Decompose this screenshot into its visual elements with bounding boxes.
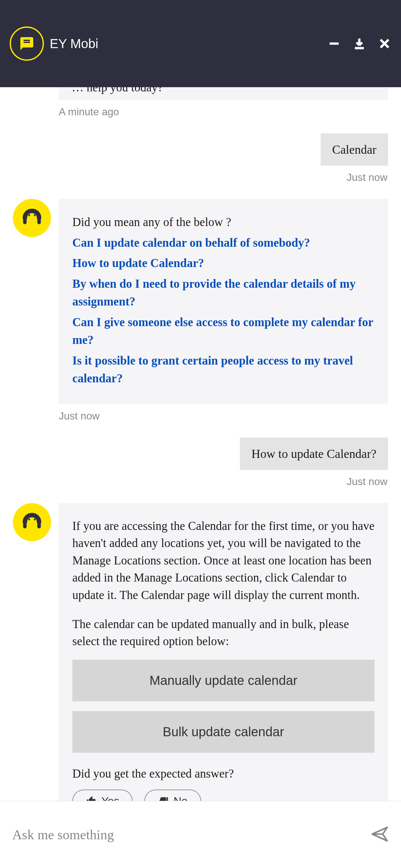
app-title: EY Mobi <box>50 36 98 51</box>
bot-message: Did you mean any of the below ? Can I up… <box>59 199 388 404</box>
user-message: How to update Calendar? <box>240 438 388 470</box>
timestamp: Just now <box>13 172 388 183</box>
bot-answer: If you are accessing the Calendar for th… <box>59 503 388 801</box>
bot-intro-text: Did you mean any of the below ? <box>72 213 374 231</box>
suggestion-link[interactable]: How to update Calendar? <box>72 254 374 272</box>
feedback-yes-label: Yes <box>101 795 119 801</box>
feedback-row: Yes No <box>72 789 374 801</box>
suggestion-link[interactable]: By when do I need to provide the calenda… <box>72 275 374 311</box>
thumbs-up-icon <box>86 795 97 801</box>
feedback-prompt: Did you get the expected answer? <box>72 765 374 782</box>
user-message-row: Calendar <box>13 133 388 166</box>
feedback-no-button[interactable]: No <box>144 789 201 801</box>
header-actions <box>328 37 391 51</box>
svg-point-7 <box>34 214 36 216</box>
feedback-no-label: No <box>174 795 187 801</box>
answer-paragraph: If you are accessing the Calendar for th… <box>72 517 374 604</box>
timestamp: Just now <box>59 410 388 422</box>
answer-paragraph: The calendar can be updated manually and… <box>72 616 374 650</box>
user-message-row: How to update Calendar? <box>13 438 388 470</box>
download-icon[interactable] <box>352 37 366 51</box>
chat-scroll-area[interactable]: … help you today? A minute ago Calendar … <box>0 87 401 801</box>
svg-rect-4 <box>23 218 27 224</box>
bot-avatar <box>13 199 51 237</box>
headset-icon <box>21 512 42 533</box>
manual-update-button[interactable]: Manually update calendar <box>72 660 374 702</box>
svg-point-10 <box>28 519 30 521</box>
svg-point-11 <box>34 519 36 521</box>
thumbs-down-icon <box>158 795 169 801</box>
svg-rect-9 <box>37 522 41 528</box>
bot-message-group: Did you mean any of the below ? Can I up… <box>13 199 388 422</box>
send-icon <box>371 825 389 843</box>
headset-icon <box>21 207 42 228</box>
bulk-update-button[interactable]: Bulk update calendar <box>72 711 374 753</box>
logo <box>10 27 44 61</box>
svg-rect-8 <box>23 522 27 528</box>
timestamp: A minute ago <box>59 106 388 118</box>
feedback-yes-button[interactable]: Yes <box>72 789 133 801</box>
close-icon[interactable] <box>378 37 391 51</box>
bot-message-truncated: … help you today? <box>59 87 388 100</box>
bot-avatar <box>13 503 51 541</box>
svg-rect-5 <box>37 218 41 224</box>
bot-message-group: If you are accessing the Calendar for th… <box>13 503 388 801</box>
user-message: Calendar <box>320 133 388 166</box>
message-input[interactable] <box>12 827 364 842</box>
minimize-icon[interactable] <box>328 37 341 51</box>
timestamp: Just now <box>13 476 388 488</box>
input-bar <box>0 801 401 868</box>
suggestion-link[interactable]: Can I give someone else access to comple… <box>72 313 374 349</box>
send-button[interactable] <box>371 825 389 844</box>
suggestion-link[interactable]: Is it possible to grant certain people a… <box>72 352 374 388</box>
svg-point-6 <box>28 214 30 216</box>
chat-header: EY Mobi <box>0 0 401 87</box>
header-left: EY Mobi <box>10 27 98 61</box>
chat-bubble-icon <box>19 36 35 51</box>
suggestion-link[interactable]: Can I update calendar on behalf of someb… <box>72 234 374 252</box>
